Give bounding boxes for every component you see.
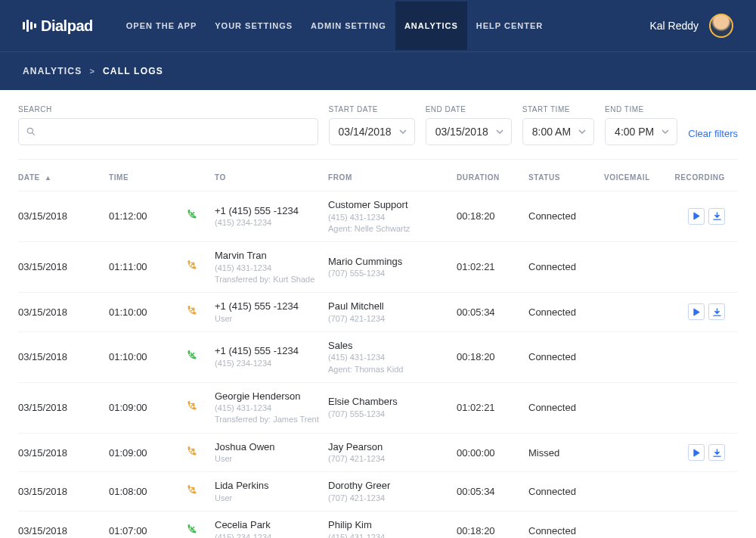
table-row[interactable]: 03/15/201801:12:00+1 (415) 555 -1234(415… [18,191,738,241]
nav-link-your-settings[interactable]: YOUR SETTINGS [206,2,302,50]
col-time[interactable]: TIME [109,173,184,182]
table-row[interactable]: 03/15/201801:09:00Joshua OwenUserJay Pea… [18,433,738,472]
table-row[interactable]: 03/15/201801:11:00Marvin Tran(415) 431-1… [18,241,738,292]
cell-recording [665,444,725,461]
from-sub: (707) 421-1234 [328,314,457,324]
cell-from: Dorothy Greer(707) 421-1234 [328,480,457,503]
end-date-dropdown[interactable]: 03/15/2018 [426,118,512,145]
col-status[interactable]: STATUS [528,173,604,182]
col-recording[interactable]: RECORDING [665,173,725,182]
cell-date: 03/15/2018 [18,261,109,272]
table-row[interactable]: 03/15/201801:10:00+1 (415) 555 -1234User… [18,292,738,331]
table-body: 03/15/201801:12:00+1 (415) 555 -1234(415… [18,191,738,538]
cell-date: 03/15/2018 [18,402,109,413]
call-direction-icon [184,304,215,320]
cell-status: Connected [528,210,604,222]
from-sub: (415) 431-1234 [328,213,457,222]
navbar-left: Dialpad OPEN THE APPYOUR SETTINGSADMIN S… [23,2,552,50]
chevron-down-icon [399,129,407,134]
nav-link-analytics[interactable]: ANALYTICS [395,2,467,50]
call-log-table: DATE▲ TIME TO FROM DURATION STATUS VOICE… [0,160,756,538]
table-row[interactable]: 03/15/201801:09:00Georgie Henderson(415)… [18,382,738,433]
col-duration[interactable]: DURATION [457,173,528,182]
from-sub: (707) 555-1234 [328,269,457,278]
cell-duration: 00:18:20 [457,525,528,536]
play-recording-button[interactable] [688,208,705,225]
from-primary: Jay Pearson [328,441,457,453]
from-primary: Customer Support [328,199,457,211]
cell-time: 01:11:00 [109,261,184,272]
cell-from: Paul Mitchell(707) 421-1234 [328,300,457,324]
download-recording-button[interactable] [708,208,725,225]
cell-to: +1 (415) 555 -1234User [215,300,328,324]
cell-time: 01:12:00 [109,210,184,222]
cell-recording [665,208,725,225]
cell-to: Lida PerkinsUser [215,480,328,503]
from-primary: Elsie Chambers [328,396,457,408]
start-date-value: 03/14/2018 [339,126,392,138]
table-row[interactable]: 03/15/201801:08:00Lida PerkinsUserDoroth… [18,471,738,511]
breadcrumb: ANALYTICS > CALL LOGS [0,51,756,90]
end-time-dropdown[interactable]: 4:00 PM [605,118,677,145]
cell-status: Connected [528,351,604,362]
table-row[interactable]: 03/15/201801:07:00Cecelia Park(415) 234-… [18,511,738,538]
end-time-filter: END TIME 4:00 PM [605,105,677,145]
end-date-filter: END DATE 03/15/2018 [426,105,512,145]
col-to[interactable]: TO [215,173,328,182]
table-row[interactable]: 03/15/201801:10:00+1 (415) 555 -1234(415… [18,331,738,382]
cell-duration: 00:05:34 [457,486,528,497]
call-direction-icon [184,445,215,461]
logo-bars-icon [23,20,36,32]
nav-link-help-center[interactable]: HELP CENTER [467,2,552,50]
play-recording-button[interactable] [688,444,705,461]
to-primary: +1 (415) 555 -1234 [215,345,328,357]
cell-status: Connected [528,486,604,497]
download-recording-button[interactable] [708,444,725,461]
cell-duration: 00:05:34 [457,306,528,318]
search-input[interactable] [18,118,318,145]
svg-line-1 [33,133,35,135]
to-sub: (415) 234-1234 [215,359,328,369]
cell-recording [665,303,725,320]
chevron-down-icon [662,129,669,134]
call-direction-icon [184,523,215,538]
col-from[interactable]: FROM [328,173,457,182]
to-primary: Lida Perkins [215,480,328,492]
sort-asc-icon: ▲ [45,174,52,182]
from-primary: Dorothy Greer [328,480,457,492]
cell-to: Marvin Tran(415) 431-1234Transferred by:… [215,250,328,285]
cell-date: 03/15/2018 [18,486,109,497]
to-sub: User [215,314,328,324]
start-date-label: START DATE [329,105,415,114]
breadcrumb-separator: > [89,67,95,76]
start-time-dropdown[interactable]: 8:00 AM [522,118,594,145]
to-sub: (415) 234-1234 [215,218,328,228]
call-direction-icon [184,484,215,499]
user-name[interactable]: Kal Reddy [649,20,699,32]
cell-to: Joshua OwenUser [215,441,328,465]
breadcrumb-parent[interactable]: ANALYTICS [23,66,82,76]
from-primary: Paul Mitchell [328,300,457,313]
download-recording-button[interactable] [708,303,725,320]
col-date[interactable]: DATE▲ [18,173,109,182]
nav-link-open-the-app[interactable]: OPEN THE APP [117,2,206,50]
clear-filters-link[interactable]: Clear filters [688,128,738,145]
nav-link-admin-setting[interactable]: ADMIN SETTING [302,2,395,50]
cell-time: 01:09:00 [109,447,184,459]
avatar[interactable] [709,14,733,38]
to-primary: +1 (415) 555 -1234 [215,205,328,217]
col-voicemail[interactable]: VOICEMAIL [604,173,665,182]
cell-time: 01:09:00 [109,402,184,413]
to-primary: +1 (415) 555 -1234 [215,300,328,313]
to-primary: Cecelia Park [215,519,328,531]
end-date-value: 03/15/2018 [435,126,488,138]
brand-logo[interactable]: Dialpad [23,17,93,35]
play-recording-button[interactable] [688,303,705,320]
breadcrumb-current: CALL LOGS [103,66,163,76]
filters-row: SEARCH START DATE 03/14/2018 END DATE 03… [0,90,756,159]
start-date-dropdown[interactable]: 03/14/2018 [329,118,415,145]
chevron-down-icon [496,129,503,134]
end-time-label: END TIME [605,105,677,114]
from-primary: Philip Kim [328,519,457,531]
search-icon [26,126,36,137]
